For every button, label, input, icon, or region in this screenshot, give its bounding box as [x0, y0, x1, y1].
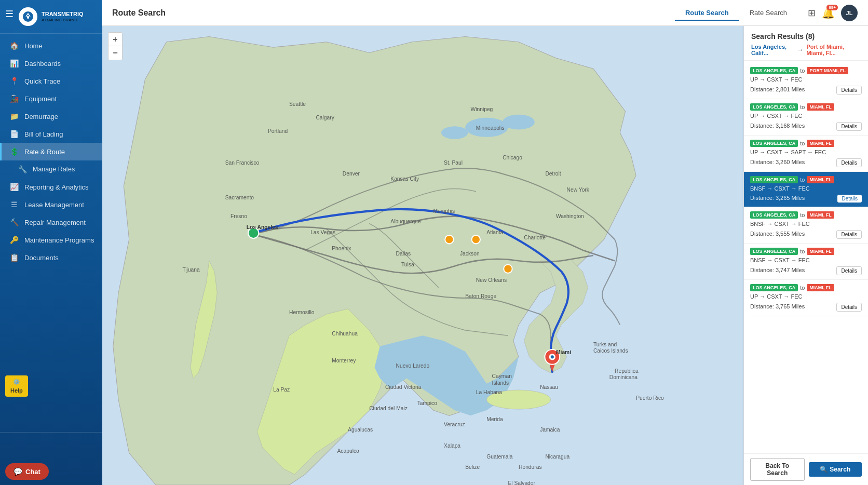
- result-route-2: UP → CSXT → SAPT → FEC: [750, 149, 862, 155]
- svg-text:Republica: Republica: [615, 368, 639, 374]
- sidebar-item-home[interactable]: 🏠Home: [0, 37, 102, 55]
- result-distance-3: Distance: 3,265 Miles Details: [750, 193, 862, 203]
- search-button[interactable]: 🔍 Search: [809, 462, 862, 477]
- svg-text:Cayman: Cayman: [492, 373, 512, 379]
- notification-button[interactable]: 🔔 99+: [822, 7, 835, 19]
- sidebar-item-manage-rates[interactable]: 🔧Manage Rates: [0, 160, 102, 178]
- results-title: Search Results (8): [751, 32, 861, 41]
- map-container: Los Angeles Miami Seattle Portland San F…: [102, 26, 743, 485]
- result-card-3[interactable]: LOS ANGELES, CA to MIAMI, FL BNSF → CSXT…: [744, 172, 868, 207]
- svg-text:Tulsa: Tulsa: [401, 262, 414, 267]
- svg-text:Winnipeg: Winnipeg: [471, 106, 493, 112]
- chat-button[interactable]: 💬 Chat: [5, 463, 49, 480]
- bill-of-lading-icon: 📄: [9, 130, 19, 138]
- help-tab[interactable]: ⚙️ Help: [5, 375, 28, 397]
- details-btn-0[interactable]: Details: [836, 86, 862, 95]
- svg-text:New York: New York: [567, 187, 590, 193]
- sidebar-nav: 🏠Home📊Dashboards📍Quick Trace🚂Equipment📁D…: [0, 34, 102, 432]
- svg-text:Hermosillo: Hermosillo: [289, 309, 315, 315]
- zoom-in-button[interactable]: +: [108, 33, 122, 46]
- result-card-2[interactable]: LOS ANGELES, CA to MIAMI, FL UP → CSXT →…: [744, 136, 868, 172]
- from-badge-1: LOS ANGELES, CA: [750, 103, 798, 111]
- result-card-1[interactable]: LOS ANGELES, CA to MIAMI, FL UP → CSXT →…: [744, 99, 868, 136]
- svg-text:Xalapa: Xalapa: [444, 443, 460, 449]
- header-right: ⊞ 🔔 99+ JL: [808, 5, 858, 21]
- manage-rates-icon: 🔧: [17, 165, 28, 173]
- sidebar-item-quick-trace[interactable]: 📍Quick Trace: [0, 72, 102, 90]
- zoom-out-button[interactable]: −: [108, 46, 122, 60]
- sidebar-item-dashboards[interactable]: 📊Dashboards: [0, 55, 102, 72]
- svg-text:Minneapolis: Minneapolis: [476, 125, 505, 131]
- svg-text:Phoenix: Phoenix: [332, 246, 351, 251]
- avatar[interactable]: JL: [841, 5, 858, 21]
- chat-icon: 💬: [13, 467, 22, 476]
- to-badge-6: MIAMI, FL: [807, 284, 834, 291]
- result-card-5[interactable]: LOS ANGELES, CA to MIAMI, FL BNSF → CSXT…: [744, 244, 868, 280]
- svg-text:La Habana: La Habana: [476, 389, 503, 395]
- svg-text:Denver: Denver: [343, 171, 360, 177]
- details-btn-1[interactable]: Details: [836, 122, 862, 131]
- svg-text:Ciudad Victoria: Ciudad Victoria: [385, 384, 422, 390]
- map-controls: + −: [108, 32, 123, 60]
- result-card-4[interactable]: LOS ANGELES, CA to MIAMI, FL BNSF → CSXT…: [744, 207, 868, 244]
- to-text-2: to: [800, 140, 805, 146]
- details-btn-6[interactable]: Details: [836, 303, 862, 312]
- result-card-0[interactable]: LOS ANGELES, CA to PORT MIAMI, FL UP → C…: [744, 63, 868, 99]
- details-btn-3[interactable]: Details: [837, 195, 862, 203]
- sidebar-item-documents[interactable]: 📋Documents: [0, 249, 102, 266]
- svg-text:Caicos Islands: Caicos Islands: [593, 348, 628, 354]
- result-route-1: UP → CSXT → FEC: [750, 113, 862, 119]
- back-to-search-button[interactable]: Back To Search: [750, 458, 805, 481]
- result-distance-5: Distance: 3,747 Miles Details: [750, 264, 862, 275]
- tab-route-search[interactable]: Route Search: [675, 6, 739, 21]
- sidebar-item-rate-route[interactable]: 💲Rate & Route: [0, 143, 102, 160]
- logo-icon: [19, 7, 37, 26]
- svg-text:St. Paul: St. Paul: [444, 160, 463, 166]
- grid-icon[interactable]: ⊞: [808, 7, 816, 19]
- sidebar-item-demurrage[interactable]: 📁Demurrage: [0, 107, 102, 125]
- svg-text:Tampico: Tampico: [417, 400, 438, 406]
- svg-text:Detroit: Detroit: [545, 171, 561, 177]
- sidebar-bottom: ⚙️ Help 💬 Chat: [0, 432, 102, 485]
- sidebar-item-label: Documents: [24, 254, 59, 262]
- svg-text:Merida: Merida: [486, 416, 503, 422]
- hamburger-button[interactable]: ☰: [5, 8, 13, 20]
- sidebar-item-equipment[interactable]: 🚂Equipment: [0, 90, 102, 107]
- svg-point-6: [441, 126, 468, 139]
- main-content: Route Search Route Search Rate Search ⊞ …: [102, 0, 868, 485]
- help-label: Help: [10, 387, 23, 394]
- sidebar-item-lease-mgmt[interactable]: ☰Lease Management: [0, 196, 102, 213]
- details-btn-5[interactable]: Details: [836, 266, 862, 275]
- svg-text:Guatemala: Guatemala: [486, 454, 513, 460]
- svg-text:Honduras: Honduras: [519, 464, 542, 470]
- sidebar-item-bill-of-lading[interactable]: 📄Bill of Lading: [0, 125, 102, 143]
- equipment-icon: 🚂: [9, 95, 19, 103]
- sidebar-item-label: Equipment: [24, 95, 57, 103]
- results-subtitle: Los Angeles, Calif... → Port of Miami, M…: [751, 44, 861, 56]
- lease-mgmt-icon: ☰: [9, 200, 19, 209]
- svg-text:Tijuana: Tijuana: [182, 267, 200, 273]
- from-badge-5: LOS ANGELES, CA: [750, 248, 798, 255]
- result-card-header-2: LOS ANGELES, CA to MIAMI, FL: [750, 140, 862, 147]
- sidebar-item-label: Maintenance Programs: [24, 236, 94, 244]
- details-btn-2[interactable]: Details: [836, 158, 862, 167]
- sidebar-item-maintenance[interactable]: 🔑Maintenance Programs: [0, 231, 102, 249]
- sidebar-item-repair-mgmt[interactable]: 🔨Repair Management: [0, 213, 102, 231]
- result-card-header-6: LOS ANGELES, CA to MIAMI, FL: [750, 284, 862, 291]
- svg-point-9: [472, 235, 480, 244]
- svg-text:Memphis: Memphis: [433, 208, 455, 214]
- top-header: Route Search Route Search Rate Search ⊞ …: [102, 0, 868, 26]
- result-route-4: BNSF → CSXT → FEC: [750, 221, 862, 227]
- svg-text:Dallas: Dallas: [396, 251, 411, 257]
- result-card-6[interactable]: LOS ANGELES, CA to MIAMI, FL UP → CSXT →…: [744, 280, 868, 316]
- svg-text:Nassau: Nassau: [540, 384, 558, 390]
- tab-rate-search[interactable]: Rate Search: [739, 6, 797, 21]
- svg-text:Belize: Belize: [465, 464, 480, 470]
- sidebar-item-reporting[interactable]: 📈Reporting & Analytics: [0, 178, 102, 196]
- results-list: LOS ANGELES, CA to PORT MIAMI, FL UP → C…: [744, 61, 868, 453]
- details-btn-4[interactable]: Details: [836, 230, 862, 239]
- from-badge-0: LOS ANGELES, CA: [750, 67, 798, 74]
- help-icon: ⚙️: [13, 379, 20, 385]
- maintenance-icon: 🔑: [9, 236, 19, 244]
- svg-text:Islands: Islands: [492, 380, 509, 386]
